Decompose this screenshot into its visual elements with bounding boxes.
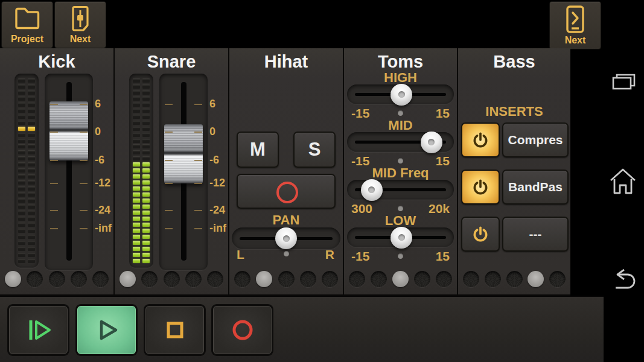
record-circle-icon (276, 182, 298, 203)
insert2-effect-button[interactable]: BandPas (502, 170, 569, 205)
insert1-power-button[interactable] (461, 122, 500, 157)
meter-segment (18, 168, 25, 173)
meter-segment (142, 253, 150, 257)
stop-button[interactable] (144, 304, 206, 356)
meter-segment (28, 91, 35, 95)
meter-segment (18, 139, 25, 143)
meter-segment (142, 121, 150, 125)
fader-scale-label: -inf (95, 222, 113, 235)
meter-segment (18, 144, 25, 148)
return-to-start-button[interactable] (7, 304, 69, 356)
page-dot[interactable] (234, 271, 250, 287)
slider-center-dot (398, 110, 403, 116)
arm-record-button[interactable] (237, 174, 336, 209)
page-dot[interactable] (485, 271, 501, 287)
page-dot[interactable] (185, 271, 202, 287)
fader-scale-label: -12 (209, 177, 228, 189)
power-icon (471, 179, 489, 197)
meter-segment (142, 174, 150, 179)
top-toolbar: Project Next Next (0, 0, 644, 48)
mute-button[interactable]: M (237, 132, 279, 168)
meter-segment (18, 192, 25, 197)
page-dot[interactable] (322, 271, 338, 287)
next-device-button[interactable]: Next (549, 1, 601, 49)
meter-segment (133, 121, 140, 125)
meter-segment (18, 156, 25, 160)
page-dot[interactable] (278, 271, 295, 287)
fader-tick (80, 132, 88, 133)
eq-mid-knob[interactable] (421, 132, 442, 153)
insert2-power-button[interactable] (461, 170, 500, 205)
page-dot[interactable] (349, 271, 365, 287)
page-dot[interactable] (392, 271, 409, 287)
eq-low-knob[interactable] (391, 227, 412, 249)
insert3-effect-button[interactable]: --- (502, 217, 569, 252)
next-track-button[interactable]: Next (54, 1, 106, 48)
eq-midfreq-knob[interactable] (361, 179, 383, 201)
meter-segment (142, 211, 150, 215)
page-dot[interactable] (5, 271, 21, 287)
eq-high-slider[interactable] (347, 84, 454, 104)
fader-scale-label: -6 (95, 154, 113, 167)
meter-segment (28, 144, 35, 148)
pan-knob[interactable] (275, 227, 297, 249)
play-button[interactable] (75, 304, 138, 356)
meter-segment (28, 223, 35, 227)
project-button[interactable]: Project (1, 1, 53, 48)
slider-center-dot (398, 158, 403, 164)
meter-segment (18, 211, 25, 215)
page-dot[interactable] (300, 271, 316, 287)
meter-segment (133, 144, 140, 148)
page-dot[interactable] (371, 271, 387, 287)
back-icon[interactable] (608, 268, 637, 291)
page-dot[interactable] (141, 271, 158, 287)
fader-tick (80, 228, 88, 229)
meter-segment (142, 144, 150, 148)
page-dot[interactable] (256, 271, 272, 287)
page-dot[interactable] (49, 271, 65, 287)
meter-segment (133, 205, 140, 209)
insert3-power-button[interactable] (461, 217, 500, 252)
page-dot[interactable] (414, 271, 430, 287)
meter-segment (133, 103, 140, 107)
meter-segment (28, 78, 35, 83)
fader-tick (165, 183, 173, 184)
page-dot[interactable] (120, 271, 136, 287)
page-dot[interactable] (506, 271, 523, 287)
home-icon[interactable] (608, 167, 637, 197)
eq-midfreq-slider[interactable] (347, 180, 454, 200)
page-dot[interactable] (207, 271, 223, 287)
solo-button[interactable]: S (293, 132, 336, 168)
page-dot[interactable] (71, 271, 87, 287)
fader-tick (80, 210, 88, 211)
recent-apps-icon[interactable] (610, 73, 637, 94)
insert1-effect-button[interactable]: Compres (502, 122, 569, 157)
eq-high-knob[interactable] (391, 84, 412, 106)
meter-segment (28, 139, 35, 143)
page-dot[interactable] (27, 271, 43, 287)
fader-handle[interactable] (49, 101, 88, 160)
meter-segment (133, 78, 140, 83)
eq-mid-slider[interactable] (347, 132, 454, 152)
page-dot[interactable] (436, 271, 452, 287)
meter-segment (133, 168, 140, 173)
pan-slider[interactable] (232, 227, 340, 249)
page-dot[interactable] (549, 271, 566, 287)
fader-scale-label: -24 (95, 204, 113, 217)
meter-segment (133, 211, 140, 215)
eq-low-slider[interactable] (347, 227, 454, 247)
page-dots (463, 270, 566, 287)
fader-handle[interactable] (164, 124, 203, 183)
meter-segment (142, 162, 150, 167)
meter-segment (18, 91, 25, 95)
page-dot[interactable] (164, 271, 180, 287)
page-dot[interactable] (92, 271, 109, 287)
meter-segment (28, 174, 35, 179)
page-dot[interactable] (528, 271, 544, 287)
page-dot[interactable] (463, 271, 479, 287)
meter-segment (133, 247, 140, 251)
fader-tick (165, 160, 173, 161)
fader-tick (50, 160, 58, 161)
record-button[interactable] (211, 304, 273, 356)
fader-scale-label: -12 (95, 177, 113, 189)
